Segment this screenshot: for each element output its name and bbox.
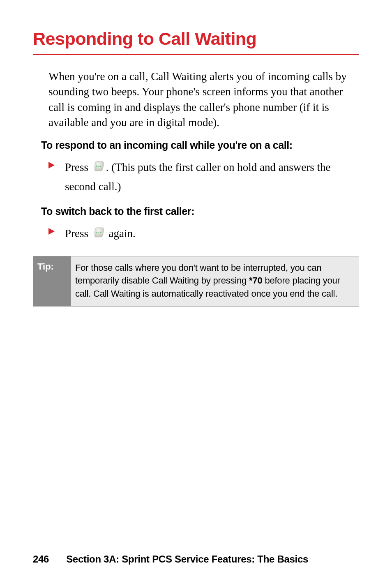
- svg-text:TALK: TALK: [96, 231, 101, 233]
- svg-marker-0: [48, 162, 55, 168]
- bullet-icon: [48, 162, 56, 168]
- title-rule: [33, 54, 359, 55]
- step-text-a: Press: [65, 227, 91, 240]
- step-text-b: again.: [106, 227, 136, 240]
- steps-respond: Press TALK. (This puts the first caller …: [48, 159, 359, 196]
- step-text: Press TALK again.: [65, 225, 359, 244]
- steps-switch: Press TALK again.: [48, 225, 359, 244]
- step-switch-1: Press TALK again.: [48, 225, 359, 244]
- page-container: Responding to Call Waiting When you're o…: [0, 0, 392, 588]
- talk-key-icon: TALK: [92, 160, 105, 178]
- svg-marker-2: [48, 228, 55, 235]
- talk-key-icon: TALK: [92, 226, 105, 244]
- section-label: Section 3A: Sprint PCS Service Features:…: [66, 553, 308, 565]
- page-title: Responding to Call Waiting: [33, 29, 359, 49]
- step-text: Press TALK. (This puts the first caller …: [65, 159, 359, 196]
- page-number: 246: [33, 553, 49, 565]
- tip-label: Tip:: [33, 256, 71, 307]
- tip-body: For those calls where you don't want to …: [71, 256, 359, 307]
- subhead-switch: To switch back to the first caller:: [41, 205, 359, 217]
- tip-box: Tip: For those calls where you don't wan…: [33, 256, 359, 307]
- step-text-a: Press: [65, 161, 91, 173]
- subhead-respond: To respond to an incoming call while you…: [41, 139, 359, 151]
- intro-paragraph: When you're on a call, Call Waiting aler…: [48, 69, 359, 130]
- page-footer: 246Section 3A: Sprint PCS Service Featur…: [33, 553, 308, 565]
- svg-text:TALK: TALK: [96, 165, 101, 167]
- step-text-b: . (This puts the first caller on hold an…: [65, 161, 330, 193]
- step-respond-1: Press TALK. (This puts the first caller …: [48, 159, 359, 196]
- tip-body-bold: *70: [249, 275, 262, 286]
- bullet-icon: [48, 228, 56, 235]
